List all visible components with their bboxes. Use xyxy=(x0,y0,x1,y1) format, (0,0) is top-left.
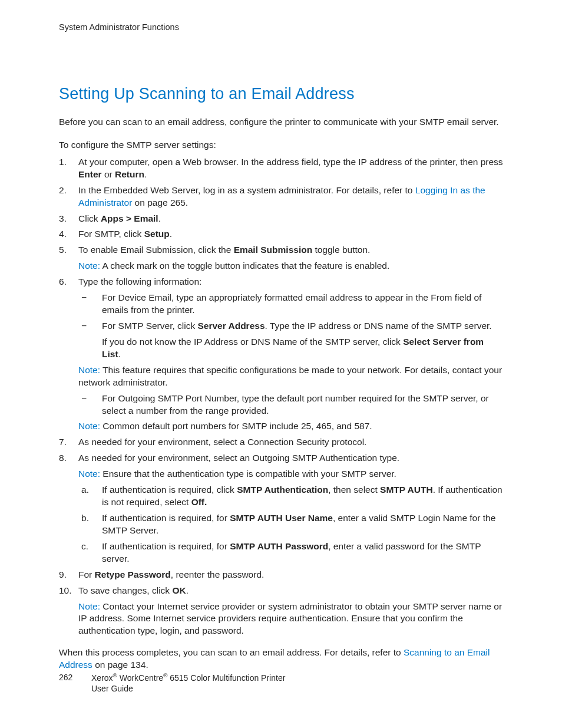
step-8a: If authentication is required, click SMT… xyxy=(78,484,503,509)
step-10: To save changes, click OK. Note: Contact… xyxy=(59,585,503,638)
note-step5: Note: A check mark on the toggle button … xyxy=(78,260,503,272)
step-6-item-3: For Outgoing SMTP Port Number, type the … xyxy=(78,393,503,417)
note-step6b: Note: Common default port numbers for SM… xyxy=(78,420,503,433)
step-9: For Retype Password, reenter the passwor… xyxy=(59,569,503,581)
step-6: Type the following information: For Devi… xyxy=(59,276,503,433)
step-6-item-2-extra: If you do not know the IP Address or DNS… xyxy=(102,336,503,361)
footer-product: Xerox® WorkCentre® 6515 Color Multifunct… xyxy=(91,672,285,683)
step-8c: If authentication is required, for SMTP … xyxy=(78,541,503,565)
step-1: At your computer, open a Web browser. In… xyxy=(59,156,503,181)
step-2: In the Embedded Web Server, log in as a … xyxy=(59,185,503,209)
note-step10: Note: Contact your Internet service prov… xyxy=(78,601,503,638)
step-6-item-2: For SMTP Server, click Server Address. T… xyxy=(78,320,503,361)
step-3: Click Apps > Email. xyxy=(59,213,503,225)
closing-paragraph: When this process completes, you can sca… xyxy=(59,647,503,671)
running-header: System Administrator Functions xyxy=(59,22,503,32)
step-5: To enable Email Submission, click the Em… xyxy=(59,244,503,272)
page-title: Setting Up Scanning to an Email Address xyxy=(59,85,503,103)
note-step8: Note: Ensure that the authentication typ… xyxy=(78,468,503,480)
steps-list: At your computer, open a Web browser. In… xyxy=(59,156,503,637)
step-4: For SMTP, click Setup. xyxy=(59,228,503,241)
page-footer: 262 Xerox® WorkCentre® 6515 Color Multif… xyxy=(59,672,285,694)
step-6-item-1: For Device Email, type an appropriately … xyxy=(78,292,503,317)
step-7: As needed for your environment, select a… xyxy=(59,436,503,449)
page-number: 262 xyxy=(59,672,91,683)
note-step6a: Note: This feature requires that specifi… xyxy=(78,364,503,389)
lead-paragraph: To configure the SMTP server settings: xyxy=(59,139,503,151)
step-8b: If authentication is required, for SMTP … xyxy=(78,512,503,537)
footer-doc-type: User Guide xyxy=(91,683,285,694)
intro-paragraph: Before you can scan to an email address,… xyxy=(59,116,503,129)
step-8: As needed for your environment, select a… xyxy=(59,452,503,565)
